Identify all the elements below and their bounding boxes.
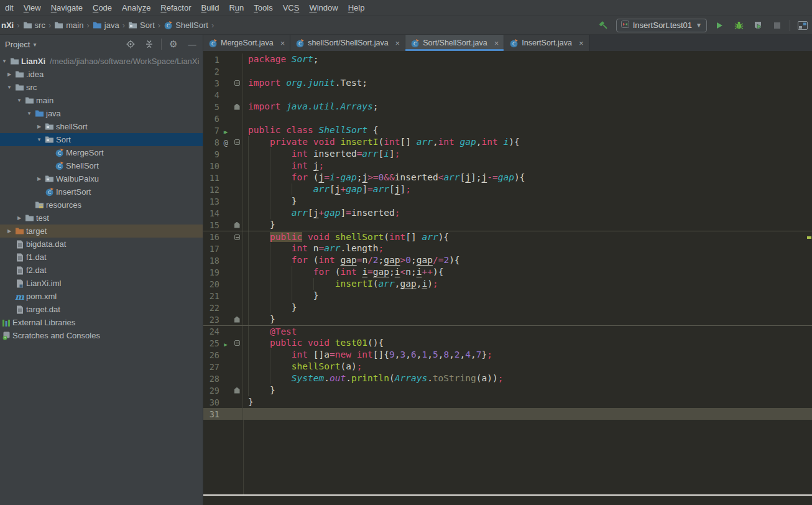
fold-start-icon[interactable]: [234, 340, 240, 346]
close-icon[interactable]: ×: [579, 39, 584, 48]
chevron-expanded-icon[interactable]: ▼: [15, 98, 24, 103]
menu-item-code[interactable]: Code: [88, 0, 117, 16]
fold-marker-slot[interactable]: [232, 234, 242, 240]
fold-start-icon[interactable]: [234, 234, 240, 240]
chevron-expanded-icon[interactable]: ▼: [25, 111, 34, 116]
code-line-25[interactable]: 25▶ public void test01(){: [203, 337, 812, 349]
tree-row-idea[interactable]: ▶.idea: [0, 68, 203, 81]
project-panel-title[interactable]: Project ▾: [5, 40, 124, 49]
fold-end-icon[interactable]: [234, 104, 240, 110]
tree-row-resources[interactable]: resources: [0, 198, 203, 211]
code-line-13[interactable]: 13 }: [203, 195, 812, 207]
chevron-collapsed-icon[interactable]: ▶: [5, 228, 14, 234]
code-line-18[interactable]: 18 for (int gap=n/2;gap>0;gap/=2){: [203, 254, 812, 266]
breadcrumb-item-main[interactable]: main: [53, 21, 85, 30]
code-line-6[interactable]: 6: [203, 113, 812, 124]
tree-row-src[interactable]: ▼src: [0, 81, 203, 94]
code-line-31[interactable]: 31: [203, 408, 812, 420]
fold-marker-slot[interactable]: [232, 222, 242, 228]
editor-tab-mergesort-java[interactable]: CMergeSort.java×: [203, 35, 290, 51]
chevron-expanded-icon[interactable]: ▼: [35, 137, 44, 142]
stop-button[interactable]: [770, 19, 784, 32]
tree-row-main[interactable]: ▼main: [0, 94, 203, 107]
tree-row-java[interactable]: ▼java: [0, 107, 203, 120]
menu-item-navigate[interactable]: Navigate: [46, 0, 88, 16]
menu-item-vcs[interactable]: VCS: [278, 0, 305, 16]
editor-tab-insertsort-java[interactable]: CInsertSort.java×: [504, 35, 589, 51]
code-line-11[interactable]: 11 for (j=i-gap;j>=0&&inserted<arr[j];j-…: [203, 172, 812, 183]
fold-marker-slot[interactable]: [232, 139, 242, 145]
chevron-collapsed-icon[interactable]: ▶: [35, 124, 44, 129]
code-line-21[interactable]: 21 }: [203, 290, 812, 302]
close-icon[interactable]: ×: [280, 39, 285, 48]
code-line-12[interactable]: 12 arr[j+gap]=arr[j];: [203, 183, 812, 195]
menu-item-build[interactable]: Build: [196, 0, 224, 16]
fold-marker-slot[interactable]: [232, 317, 242, 323]
chevron-collapsed-icon[interactable]: ▶: [15, 215, 24, 221]
scrollbar-warning-stripe[interactable]: [807, 236, 811, 239]
tool-windows-icon[interactable]: [796, 19, 810, 32]
code-line-10[interactable]: 10 int j;: [203, 160, 812, 172]
menu-item-run[interactable]: Run: [224, 0, 249, 16]
chevron-expanded-icon[interactable]: ▼: [0, 58, 9, 64]
coverage-button[interactable]: [751, 19, 765, 32]
tree-row-external-libraries[interactable]: External Libraries: [0, 316, 203, 329]
code-line-23[interactable]: 23 }: [203, 313, 812, 325]
tree-row-mergesort[interactable]: CMergeSort: [0, 146, 203, 159]
code-editor[interactable]: 1package Sort;23import org.junit.Test;45…: [203, 51, 812, 494]
editor-tab-shellsort-shellsort-java[interactable]: CshellSort/ShellSort.java×: [290, 35, 405, 51]
menu-item-help[interactable]: Help: [343, 0, 370, 16]
editor-tab-sort-shellsort-java[interactable]: CSort/ShellSort.java×: [405, 35, 504, 51]
fold-end-icon[interactable]: [234, 222, 240, 228]
menu-item-dit[interactable]: dit: [0, 0, 19, 16]
breadcrumb-item-nxi[interactable]: nXi: [0, 21, 15, 30]
tree-row-f2-dat[interactable]: f2.dat: [0, 264, 203, 277]
code-line-19[interactable]: 19 for (int i=gap;i<n;i++){: [203, 266, 812, 278]
code-line-22[interactable]: 22 }: [203, 302, 812, 313]
breadcrumb-item-sort[interactable]: Sort: [127, 21, 156, 30]
code-line-20[interactable]: 20 insertI(arr,gap,i);: [203, 278, 812, 290]
code-line-2[interactable]: 2: [203, 65, 812, 77]
code-line-17[interactable]: 17 int n=arr.length;: [203, 243, 812, 254]
gear-icon[interactable]: ⚙: [167, 37, 180, 51]
tree-row-lianxi[interactable]: ▼LianXi/media/jiahao/software/WorkSpace/…: [0, 55, 203, 68]
breadcrumb-item-shellsort[interactable]: CShellSort: [162, 21, 210, 30]
fold-marker-slot[interactable]: [232, 104, 242, 110]
menu-item-window[interactable]: Window: [304, 0, 343, 16]
tree-row-target-dat[interactable]: target.dat: [0, 303, 203, 316]
breadcrumb-item-src[interactable]: src: [22, 21, 47, 30]
menu-item-tools[interactable]: Tools: [249, 0, 277, 16]
code-line-27[interactable]: 27 shellSort(a);: [203, 361, 812, 373]
chevron-expanded-icon[interactable]: ▼: [5, 85, 14, 90]
tree-row-test[interactable]: ▶test: [0, 211, 203, 225]
tree-row-f1-dat[interactable]: f1.dat: [0, 251, 203, 264]
run-test-gutter-icon[interactable]: ▶: [219, 337, 232, 349]
close-icon[interactable]: ×: [494, 39, 499, 48]
menu-item-refactor[interactable]: Refactor: [155, 0, 196, 16]
debug-button[interactable]: [732, 19, 745, 32]
tree-row-shellsort[interactable]: ▶shellSort: [0, 120, 203, 133]
code-line-24[interactable]: 24 @Test: [203, 325, 812, 337]
tree-row-shellsort[interactable]: CShellSort: [0, 159, 203, 172]
chevron-collapsed-icon[interactable]: ▶: [5, 72, 14, 77]
chevron-collapsed-icon[interactable]: ▶: [35, 176, 44, 182]
code-line-5[interactable]: 5import java.util.Arrays;: [203, 101, 812, 113]
locate-file-icon[interactable]: [124, 37, 137, 51]
code-line-14[interactable]: 14 arr[j+gap]=inserted;: [203, 207, 812, 219]
tree-row-insertsort[interactable]: CInsertSort: [0, 185, 203, 198]
code-line-4[interactable]: 4: [203, 89, 812, 101]
code-line-9[interactable]: 9 int inserted=arr[i];: [203, 148, 812, 160]
run-button[interactable]: [713, 19, 726, 32]
tree-row-lianxi-iml[interactable]: LianXi.iml: [0, 277, 203, 290]
fold-marker-slot[interactable]: [232, 340, 242, 346]
code-line-30[interactable]: 30}: [203, 396, 812, 408]
fold-start-icon[interactable]: [234, 80, 240, 86]
menu-item-view[interactable]: View: [19, 0, 46, 16]
breadcrumb-item-java[interactable]: java: [91, 21, 121, 30]
menu-item-analyze[interactable]: Analyze: [117, 0, 155, 16]
tree-row-target[interactable]: ▶target: [0, 225, 203, 238]
hide-panel-icon[interactable]: —: [185, 37, 199, 51]
collapse-all-icon[interactable]: [142, 37, 156, 51]
run-configuration-select[interactable]: InsertSort.test01 ▼: [616, 19, 707, 32]
close-icon[interactable]: ×: [395, 39, 400, 48]
